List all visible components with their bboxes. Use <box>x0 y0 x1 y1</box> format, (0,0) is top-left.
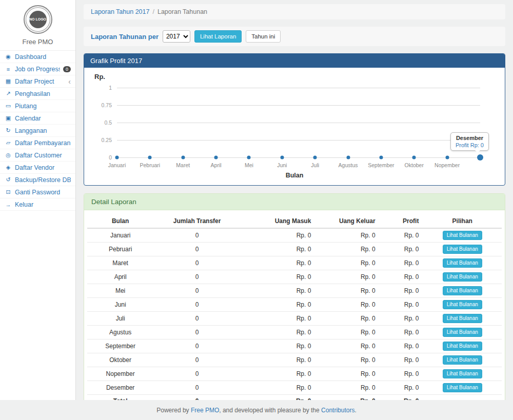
detail-panel-body: BulanJumlah TransferUang MasukUang Kelua… <box>84 210 505 400</box>
y-tick-label: 0 <box>109 154 112 161</box>
sidebar-item-dashboard[interactable]: ◉Dashboard <box>0 51 75 63</box>
sign-out-icon: → <box>5 202 12 208</box>
breadcrumb-link[interactable]: Laporan Tahun 2017 <box>91 8 149 15</box>
cell-uang-keluar: Rp. 0 <box>315 228 379 243</box>
sidebar-item-job-on-progress[interactable]: ≡Job on Progress0 <box>0 63 75 75</box>
lihat-bulanan-button[interactable]: Lihat Bulanan <box>443 314 482 323</box>
toolbar-label: Laporan Tahunan per <box>91 33 159 41</box>
table-total-row: Total0Rp. 0Rp. 0Rp. 0 <box>87 395 502 400</box>
cell-bulan: Januari <box>87 228 153 243</box>
cell-pilihan: Lihat Bulanan <box>423 256 502 270</box>
year-select[interactable]: 2017 <box>163 30 190 43</box>
table-row: April0Rp. 0Rp. 0Rp. 0Lihat Bulanan <box>87 270 502 284</box>
cell-jumlah-transfer: 0 <box>153 270 241 284</box>
cell-pilihan: Lihat Bulanan <box>423 353 502 367</box>
x-tick-label: April <box>211 162 222 168</box>
cell-uang-keluar: Rp. 0 <box>315 298 379 312</box>
cell-pilihan: Lihat Bulanan <box>423 381 502 395</box>
cell-jumlah-transfer: 0 <box>153 298 241 312</box>
cell-bulan: September <box>87 339 153 353</box>
cell-bulan: Maret <box>87 256 153 270</box>
sidebar-item-ganti-password[interactable]: ⊡Ganti Password <box>0 186 75 198</box>
dashboard-icon: ◉ <box>5 53 12 60</box>
lihat-bulanan-button[interactable]: Lihat Bulanan <box>443 258 482 268</box>
cell-bulan: Agustus <box>87 326 153 339</box>
brand-name: Free PMO <box>0 38 75 46</box>
tahun-ini-button[interactable]: Tahun ini <box>246 30 281 43</box>
cell-jumlah-transfer: 0 <box>153 326 241 339</box>
y-tick-label: 0.75 <box>102 102 112 108</box>
cell-bulan: Juni <box>87 298 153 312</box>
detail-panel: Detail Laporan BulanJumlah TransferUang … <box>84 193 505 400</box>
table-row: Desember0Rp. 0Rp. 0Rp. 0Lihat Bulanan <box>87 381 502 395</box>
data-point-nopember <box>445 156 449 159</box>
cell-jumlah-transfer: 0 <box>153 381 241 395</box>
cell-bulan: Nopember <box>87 367 153 381</box>
chart-gridline <box>117 140 480 141</box>
cell-profit: Rp. 0 <box>380 270 423 284</box>
x-tick-label: Januari <box>108 162 126 168</box>
page-footer: Powered by Free PMO, and developed with … <box>0 400 513 420</box>
lihat-bulanan-button[interactable]: Lihat Bulanan <box>443 272 482 282</box>
tasks-icon: ≡ <box>5 66 12 72</box>
x-tick-label: Juli <box>311 162 319 168</box>
lihat-bulanan-button[interactable]: Lihat Bulanan <box>443 342 482 351</box>
sidebar-item-piutang[interactable]: ▭Piutang <box>0 100 75 112</box>
sidebar-item-penghasilan[interactable]: ↗Penghasilan <box>0 88 75 100</box>
cell-pilihan: Lihat Bulanan <box>423 298 502 312</box>
cell-uang-keluar: Rp. 0 <box>315 381 379 395</box>
cell-uang-masuk: Rp. 0 <box>241 339 315 353</box>
cell-profit: Rp. 0 <box>380 353 423 367</box>
y-tick-label: 1 <box>109 85 112 91</box>
cell-uang-keluar: Rp. 0 <box>315 312 379 326</box>
sidebar: NO LOGO Free PMO ◉Dashboard≡Job on Progr… <box>0 0 76 400</box>
lihat-bulanan-button[interactable]: Lihat Bulanan <box>443 355 482 365</box>
footer-link-contributors[interactable]: Contributors <box>321 407 354 414</box>
x-tick-label: Pebruari <box>140 162 161 168</box>
footer-text-suffix: . <box>354 407 356 414</box>
cell-pilihan: Lihat Bulanan <box>423 339 502 353</box>
sidebar-item-label: Daftar Pembayaran <box>15 139 71 147</box>
lihat-bulanan-button[interactable]: Lihat Bulanan <box>443 369 482 378</box>
sidebar-item-label: Backup/Restore DB <box>15 176 71 184</box>
cell-profit: Rp. 0 <box>380 256 423 270</box>
lihat-bulanan-button[interactable]: Lihat Bulanan <box>443 245 482 254</box>
lihat-bulanan-button[interactable]: Lihat Bulanan <box>443 231 482 240</box>
lihat-bulanan-button[interactable]: Lihat Bulanan <box>443 286 482 295</box>
cell-profit: Rp. 0 <box>380 228 423 243</box>
lihat-laporan-button[interactable]: Lihat Laporan <box>194 30 242 43</box>
lihat-bulanan-button[interactable]: Lihat Bulanan <box>443 383 482 392</box>
sidebar-item-daftar-customer[interactable]: ◎Daftar Customer <box>0 149 75 162</box>
sidebar-item-backup-restore-db[interactable]: ↺Backup/Restore DB <box>0 174 75 186</box>
cell-bulan: Juli <box>87 312 153 326</box>
data-point-juni <box>280 156 284 159</box>
col-header-jumlah-transfer: Jumlah Transfer <box>153 214 241 228</box>
cell-uang-masuk: Rp. 0 <box>241 243 315 256</box>
lihat-bulanan-button[interactable]: Lihat Bulanan <box>443 328 482 337</box>
data-point-januari <box>115 156 119 159</box>
sidebar-item-daftar-vendor[interactable]: ◈Daftar Vendor <box>0 162 75 174</box>
cell-bulan: Pebruari <box>87 243 153 256</box>
sidebar-item-keluar[interactable]: →Keluar <box>0 198 75 211</box>
x-tick-label: Agustus <box>339 162 358 168</box>
table-header-row: BulanJumlah TransferUang MasukUang Kelua… <box>87 214 502 228</box>
footer-link-freepmo[interactable]: Free PMO <box>191 407 219 414</box>
sidebar-item-langganan[interactable]: ↻Langganan <box>0 125 75 137</box>
chevron-left-icon: ‹ <box>68 78 71 85</box>
cell-uang-keluar: Rp. 0 <box>315 367 379 381</box>
line-chart-icon: ↗ <box>5 90 12 97</box>
sidebar-item-label: Daftar Vendor <box>15 164 71 171</box>
table-row: September0Rp. 0Rp. 0Rp. 0Lihat Bulanan <box>87 339 502 353</box>
sidebar-item-calendar[interactable]: ▣Calendar <box>0 112 75 125</box>
payment-icon: ▱ <box>5 139 12 146</box>
sidebar-menu: ◉Dashboard≡Job on Progress0▦Daftar Proje… <box>0 50 75 211</box>
data-point-mei <box>247 156 251 159</box>
sidebar-item-daftar-project[interactable]: ▦Daftar Project‹ <box>0 75 75 88</box>
sidebar-item-daftar-pembayaran[interactable]: ▱Daftar Pembayaran <box>0 137 75 149</box>
cell-uang-masuk: Rp. 0 <box>241 367 315 381</box>
col-header-uang-keluar: Uang Keluar <box>315 214 379 228</box>
cell-uang-masuk: Rp. 0 <box>241 381 315 395</box>
cell-uang-masuk: Rp. 0 <box>241 270 315 284</box>
cell-jumlah-transfer: 0 <box>153 228 241 243</box>
lihat-bulanan-button[interactable]: Lihat Bulanan <box>443 300 482 309</box>
